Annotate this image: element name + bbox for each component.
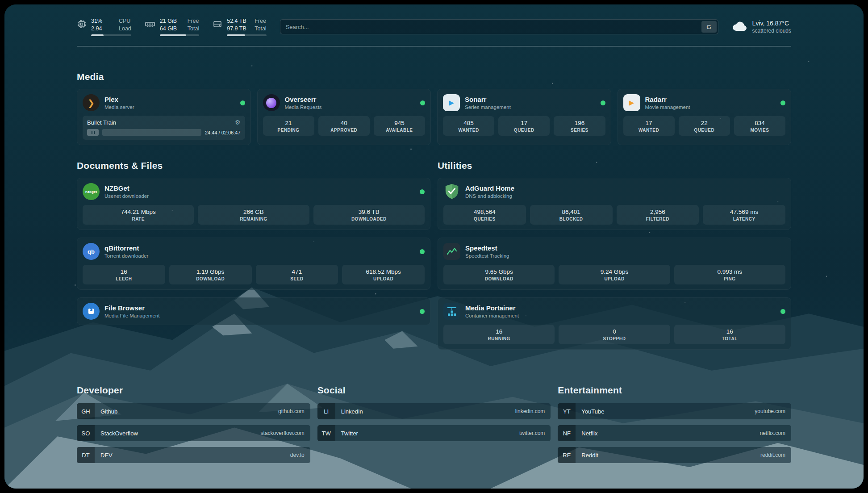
stat-box: 39.6 TBDOWNLOADED bbox=[313, 205, 425, 225]
ram-free-value: 21 GiB bbox=[160, 17, 181, 25]
bookmark-youtube[interactable]: YT YouTube youtube.com bbox=[558, 403, 791, 419]
bookmark-abbr: LI bbox=[317, 403, 335, 419]
stat-box: 40APPROVED bbox=[318, 116, 370, 136]
stat-box: 9.65 GbpsDOWNLOAD bbox=[443, 265, 555, 284]
stat-box: 471SEED bbox=[256, 265, 338, 284]
service-card-qbittorrent[interactable]: qb qBittorrent Torrent downloader 16LEEC… bbox=[77, 238, 430, 290]
stat-box: 21PENDING bbox=[263, 116, 314, 136]
service-subtitle: Media File Management bbox=[104, 313, 159, 318]
stat-box: 485WANTED bbox=[443, 116, 494, 136]
bookmark-linkedin[interactable]: LI LinkedIn linkedin.com bbox=[317, 403, 551, 419]
playback-progress-bar[interactable] bbox=[102, 129, 201, 136]
pause-button[interactable] bbox=[87, 129, 99, 136]
weather-widget: Lviv, 16.87°C scattered clouds bbox=[732, 20, 791, 34]
service-card-speedtest[interactable]: Speedtest Speedtest Tracking 9.65 GbpsDO… bbox=[438, 238, 791, 290]
service-subtitle: Container management bbox=[465, 313, 519, 318]
filebrowser-icon bbox=[83, 303, 100, 320]
service-card-sonarr[interactable]: ▶ Sonarr Series management 485WANTED 17Q… bbox=[437, 89, 611, 145]
service-card-nzbget[interactable]: nzbget NZBGet Usenet downloader 744.21 M… bbox=[77, 178, 430, 230]
bookmark-group-social: Social LI LinkedIn linkedin.com TW Twitt… bbox=[317, 385, 551, 469]
weather-location: Lviv, 16.87°C bbox=[752, 20, 791, 27]
disk-total-value: 97.9 TB bbox=[227, 25, 248, 33]
now-playing-title: Bullet Train bbox=[87, 119, 116, 126]
bookmark-url: twitter.com bbox=[519, 430, 551, 436]
service-subtitle: Media Requests bbox=[285, 104, 322, 110]
service-title: Radarr bbox=[645, 96, 690, 104]
radarr-icon: ▶ bbox=[623, 94, 640, 111]
stat-box: 2,956FILTERED bbox=[617, 205, 699, 225]
disk-label-1: Free bbox=[255, 17, 266, 25]
dashboard-window: 31% 2.94 CPU Load bbox=[4, 4, 864, 489]
section-utilities: Utilities AdGuard Home bbox=[438, 160, 791, 357]
search-engine-button[interactable]: G bbox=[701, 21, 717, 33]
service-card-adguard[interactable]: AdGuard Home DNS and adblocking 498,564Q… bbox=[438, 178, 791, 230]
plex-now-playing: Bullet Train ⚙ 24:44 / 02:06:47 bbox=[83, 116, 245, 140]
bookmark-name: Netflix bbox=[576, 430, 597, 437]
service-card-portainer[interactable]: Media Portainer Container management 16R… bbox=[438, 297, 791, 350]
status-dot bbox=[420, 189, 425, 194]
bookmark-url: stackoverflow.com bbox=[261, 430, 310, 436]
section-heading-developer: Developer bbox=[77, 385, 310, 396]
stat-box: 16TOTAL bbox=[674, 325, 785, 344]
service-card-filebrowser[interactable]: File Browser Media File Management bbox=[77, 297, 430, 325]
disk-label-2: Total bbox=[255, 25, 266, 33]
status-dot bbox=[240, 100, 245, 105]
bookmark-abbr: DT bbox=[77, 447, 95, 463]
ram-icon bbox=[145, 19, 155, 31]
cloud-icon bbox=[732, 20, 748, 34]
adguard-icon bbox=[443, 183, 460, 200]
service-title: Overseerr bbox=[285, 96, 322, 104]
service-title: Media Portainer bbox=[465, 304, 519, 313]
bookmark-abbr: NF bbox=[558, 425, 576, 441]
resource-widgets: 31% 2.94 CPU Load bbox=[77, 17, 267, 37]
cpu-widget: 31% 2.94 CPU Load bbox=[77, 17, 131, 37]
bookmark-netflix[interactable]: NF Netflix netflix.com bbox=[558, 425, 791, 441]
bookmark-name: DEV bbox=[95, 452, 113, 459]
service-subtitle: Usenet downloader bbox=[104, 193, 149, 199]
bookmark-name: Github bbox=[95, 408, 117, 415]
bookmark-name: YouTube bbox=[576, 408, 604, 415]
bookmark-dev[interactable]: DT DEV dev.to bbox=[77, 447, 310, 463]
service-card-radarr[interactable]: ▶ Radarr Movie management 17WANTED 22QUE… bbox=[618, 89, 792, 145]
service-card-plex[interactable]: ❯ Plex Media server Bullet Train ⚙ bbox=[77, 89, 251, 145]
stat-box: 498,564QUERIES bbox=[443, 205, 526, 225]
bookmark-twitter[interactable]: TW Twitter twitter.com bbox=[317, 425, 551, 441]
bookmark-name: Twitter bbox=[335, 430, 358, 437]
stat-box: 9.24 GbpsUPLOAD bbox=[559, 265, 670, 284]
stat-box: 945AVAILABLE bbox=[374, 116, 425, 136]
section-heading-utilities: Utilities bbox=[438, 160, 791, 171]
bookmark-url: netflix.com bbox=[760, 430, 791, 436]
stat-box: 16LEECH bbox=[83, 265, 165, 284]
header-divider bbox=[77, 46, 791, 46]
disk-progress-bar bbox=[227, 34, 266, 36]
bookmark-url: reddit.com bbox=[760, 452, 791, 458]
nzbget-icon: nzbget bbox=[83, 183, 100, 200]
search-input[interactable] bbox=[286, 24, 701, 30]
search-bar: G bbox=[280, 19, 718, 34]
sonarr-icon: ▶ bbox=[443, 94, 460, 111]
bookmark-name: Reddit bbox=[576, 452, 598, 459]
bookmark-github[interactable]: GH Github github.com bbox=[77, 403, 310, 419]
ram-total-value: 64 GiB bbox=[160, 25, 181, 33]
stat-box: 834MOVIES bbox=[734, 116, 785, 136]
service-title: NZBGet bbox=[104, 184, 149, 193]
plex-icon: ❯ bbox=[83, 94, 100, 111]
bookmark-url: github.com bbox=[278, 408, 310, 414]
service-card-overseerr[interactable]: Overseerr Media Requests 21PENDING 40APP… bbox=[257, 89, 431, 145]
overseerr-icon bbox=[263, 94, 280, 111]
status-dot bbox=[420, 100, 425, 105]
stat-box: 0.993 msPING bbox=[674, 265, 785, 284]
ram-label-1: Free bbox=[188, 17, 199, 25]
bookmark-reddit[interactable]: RE Reddit reddit.com bbox=[558, 447, 791, 463]
bookmark-stackoverflow[interactable]: SO StackOverflow stackoverflow.com bbox=[77, 425, 310, 441]
service-subtitle: Torrent downloader bbox=[104, 253, 148, 259]
weather-condition: scattered clouds bbox=[752, 28, 791, 34]
bookmark-name: LinkedIn bbox=[335, 408, 363, 415]
service-subtitle: Speedtest Tracking bbox=[465, 253, 509, 259]
gear-icon[interactable]: ⚙ bbox=[235, 119, 241, 126]
bookmark-url: linkedin.com bbox=[515, 408, 551, 414]
section-heading-social: Social bbox=[317, 385, 551, 396]
cpu-icon bbox=[77, 19, 87, 31]
status-dot bbox=[420, 309, 425, 314]
cpu-usage-value: 31% bbox=[91, 17, 113, 25]
